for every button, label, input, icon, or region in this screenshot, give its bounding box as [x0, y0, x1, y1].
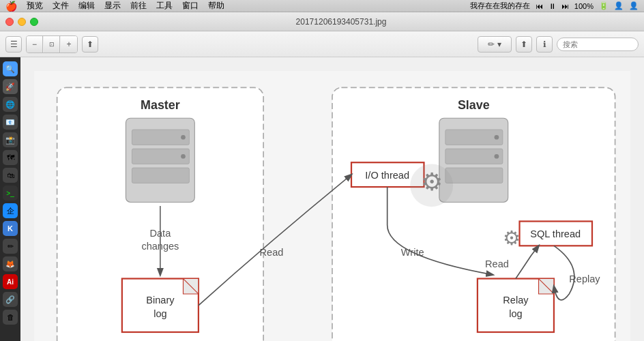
sidebar-icon-safari[interactable]: 🌐 [3, 97, 18, 112]
slave-label: Slave [458, 98, 490, 112]
sidebar-icon-appstore[interactable]: 🛍 [3, 168, 18, 183]
sidebar-icon-mail[interactable]: 📧 [3, 115, 18, 130]
sidebar-icon-photos[interactable]: 📸 [3, 132, 18, 147]
search-input[interactable] [557, 38, 639, 51]
svg-point-19 [495, 154, 499, 159]
svg-text:⚙: ⚙ [503, 227, 521, 249]
menubar-user[interactable]: 👤 [629, 1, 639, 10]
maximize-button[interactable] [30, 18, 38, 26]
window-title: 20171206193405731.jpg [44, 17, 639, 27]
svg-rect-2 [132, 130, 189, 145]
svg-point-6 [181, 154, 186, 159]
sidebar-icon-firefox[interactable]: 🦊 [3, 256, 18, 271]
menubar: 🍎 预览 文件 编辑 显示 前往 工具 窗口 帮助 我存在在我的存在 ⏮ ⏸ ⏭… [0, 0, 644, 12]
traffic-lights [5, 18, 38, 26]
svg-text:log: log [509, 308, 522, 319]
toolbar: ☰ − ⊡ + ⬆ ✏ ▾ ⬆ ℹ [0, 31, 644, 57]
menubar-battery: 🔋 [599, 1, 609, 10]
titlebar: 20171206193405731.jpg [0, 12, 644, 31]
menubar-song: 我存在在我的存在 [470, 1, 530, 11]
sidebar-icon-maps[interactable]: 🗺 [3, 150, 18, 165]
preview-window: 20171206193405731.jpg ☰ − ⊡ + ⬆ ✏ ▾ ⬆ ℹ … [0, 12, 644, 341]
diagram: Master Data changes [34, 71, 630, 341]
zoom-button-group: − ⊡ + [26, 35, 78, 53]
svg-point-18 [495, 135, 499, 140]
main-area: 🔍 🚀 🌐 📧 📸 🗺 🛍 >_ 企 K ✏ 🦊 Ai 🔗 🗑 [0, 57, 644, 341]
read2-label: Read [485, 258, 509, 269]
sidebar-icon-qq[interactable]: 企 [3, 203, 18, 218]
menu-display[interactable]: 显示 [104, 0, 121, 12]
menu-preview[interactable]: 预览 [27, 0, 43, 12]
apple-menu[interactable]: 🍎 [5, 1, 17, 12]
svg-rect-15 [445, 130, 503, 145]
sidebar-icon-trash[interactable]: 🗑 [3, 310, 18, 325]
sql-thread-label: SQL thread [530, 228, 581, 239]
svg-point-5 [181, 135, 186, 140]
edit-button[interactable]: ✏ ▾ [478, 36, 512, 53]
io-thread-label: I/O thread [365, 170, 409, 181]
zoom-out-button[interactable]: − [27, 36, 43, 53]
menubar-media-play[interactable]: ⏸ [548, 2, 556, 10]
replay-label: Replay [569, 273, 600, 284]
sidebar-icon-launchpad[interactable]: 🚀 [3, 79, 18, 94]
share-button[interactable]: ⬆ [82, 36, 98, 53]
zoom-fit-button[interactable]: ⊡ [44, 36, 60, 53]
sidebar-icon-sketch[interactable]: ✏ [3, 239, 18, 254]
svg-rect-16 [445, 149, 503, 164]
menu-edit[interactable]: 编辑 [78, 0, 95, 12]
menubar-media-next[interactable]: ⏭ [561, 2, 569, 10]
zoom-in-button[interactable]: + [61, 36, 77, 53]
menu-window[interactable]: 窗口 [182, 0, 199, 12]
menubar-datetime: 👤 [614, 1, 624, 10]
sidebar-icon-terminal[interactable]: >_ [3, 186, 18, 201]
sidebar-icon-finder[interactable]: 🔍 [3, 61, 18, 76]
sidebar-icon-link[interactable]: 🔗 [3, 292, 18, 307]
menu-help[interactable]: 帮助 [208, 0, 224, 12]
sidebar-icon-adobe[interactable]: Ai [3, 274, 18, 289]
app-sidebar: 🔍 🚀 🌐 📧 📸 🗺 🛍 >_ 企 K ✏ 🦊 Ai 🔗 🗑 [0, 57, 20, 341]
minimize-button[interactable] [18, 18, 26, 26]
write-label: Write [401, 247, 424, 258]
svg-rect-3 [132, 149, 189, 164]
sidebar-toggle-button[interactable]: ☰ [5, 36, 22, 53]
share2-button[interactable]: ⬆ [516, 36, 532, 53]
master-label: Master [141, 98, 180, 112]
menu-tools[interactable]: 工具 [156, 0, 173, 12]
close-button[interactable] [5, 18, 14, 26]
menubar-media-prev[interactable]: ⏮ [536, 2, 543, 10]
relay-log-label: Relay [503, 295, 529, 306]
svg-text:log: log [153, 308, 166, 319]
svg-text:⚙: ⚙ [421, 168, 443, 196]
sidebar-icon-keka[interactable]: K [3, 221, 18, 236]
binary-log-label: Binary [146, 295, 175, 306]
svg-rect-17 [445, 168, 503, 183]
svg-rect-4 [132, 168, 189, 183]
info-button[interactable]: ℹ [536, 36, 553, 53]
read-label: Read [260, 247, 284, 258]
menu-file[interactable]: 文件 [53, 0, 69, 12]
diagram-area: Master Data changes [20, 57, 644, 341]
menubar-brightness: 100% [574, 2, 594, 10]
menu-goto[interactable]: 前往 [130, 0, 147, 12]
